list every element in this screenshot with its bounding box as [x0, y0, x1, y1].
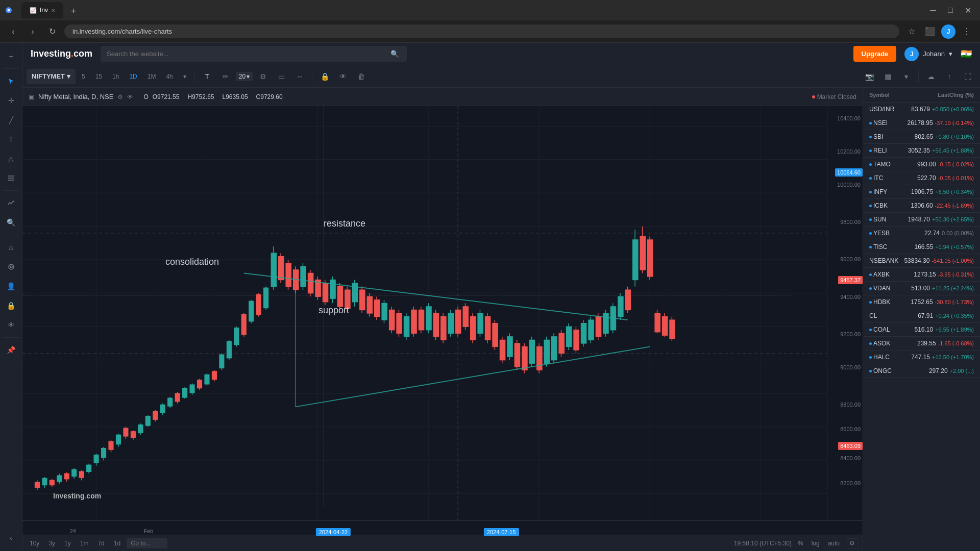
symbol-row-icbk[interactable]: ICBK 1306.60 -22.45 (-1.69%) — [863, 199, 980, 213]
watchlist-button[interactable]: 👤 — [2, 277, 20, 295]
chart-settings-icon[interactable]: ⚙ — [117, 93, 123, 101]
upgrade-button[interactable]: Upgrade — [853, 46, 897, 62]
tab-current[interactable]: 📈 Inv ✕ — [21, 2, 63, 18]
screenshot-button[interactable]: 📷 — [861, 68, 877, 85]
symbol-row-nsei[interactable]: NSEI 26178.95 -37.10 (-0.14%) — [863, 116, 980, 130]
compare-button[interactable] — [2, 258, 20, 276]
period-7d[interactable]: 7d — [94, 539, 107, 548]
search-icon-button[interactable]: 🔍 — [390, 50, 399, 58]
log-toggle[interactable]: log — [810, 539, 822, 548]
timeframe-1d[interactable]: 1D — [125, 69, 141, 84]
symbol-row-infy[interactable]: INFY 1906.75 +6.50 (+0.34%) — [863, 185, 980, 199]
delete-draw-tool[interactable]: 🗑 — [353, 68, 370, 85]
svg-rect-197 — [663, 317, 668, 336]
forward-button[interactable]: › — [26, 24, 40, 39]
font-size-control[interactable]: 20 ▾ — [236, 72, 253, 81]
symbol-row-tisc[interactable]: TISC 166.55 +0.94 (+0.57%) — [863, 240, 980, 254]
symbol-row-asok[interactable]: ASOK 239.55 -1.65 (-0.68%) — [863, 337, 980, 350]
chart-visibility-icon[interactable]: 👁 — [127, 93, 133, 101]
pct-toggle[interactable]: % — [796, 539, 805, 548]
symbol-row-halc[interactable]: HALC 747.15 +12.50 (+1.70%) — [863, 350, 980, 364]
save-button[interactable]: ☁ — [923, 68, 939, 85]
right-panel: Symbol Last Chng (%) USD/INR 83.679 +0.0… — [863, 88, 980, 551]
minimize-button[interactable]: ─ — [926, 3, 940, 17]
pencil-draw-tool[interactable]: ✏ — [217, 68, 234, 85]
timeframe-15[interactable]: 15 — [91, 69, 106, 84]
symbol-row-sbi[interactable]: SBI 802.65 +0.80 (+0.10%) — [863, 130, 980, 144]
text-tool[interactable]: T — [2, 130, 20, 148]
timeframe-5[interactable]: 5 — [78, 69, 89, 84]
period-1m[interactable]: 1m — [77, 539, 92, 548]
period-10y[interactable]: 10y — [27, 539, 42, 548]
tab-close-btn[interactable]: ✕ — [51, 8, 55, 13]
symbol-row-nsebank[interactable]: NSEBANK 53834.30 -541.05 (-1.00%) — [863, 254, 980, 268]
close-window-button[interactable]: ✕ — [961, 3, 975, 17]
draw-line-tool[interactable]: ╱ — [2, 111, 20, 129]
symbol-row-coal[interactable]: COAL 516.10 +9.55 (+1.89%) — [863, 323, 980, 337]
symbol-row-vdan[interactable]: VDAN 513.00 +11.25 (+2.24%) — [863, 282, 980, 295]
goto-input[interactable] — [127, 538, 167, 548]
indicators-button[interactable] — [2, 194, 20, 212]
shapes-tool[interactable]: △ — [2, 149, 20, 168]
symbol-row-sun[interactable]: SUN 1948.70 +50.30 (+2.65%) — [863, 213, 980, 227]
period-3y[interactable]: 3y — [45, 539, 58, 548]
period-1d[interactable]: 1d — [111, 539, 124, 548]
settings-draw-tool[interactable]: ⚙ — [255, 68, 271, 85]
symbol-row-ongc[interactable]: ONGC 297.20 +2.00 (...) — [863, 364, 980, 378]
home-button[interactable]: ⌂ — [2, 238, 20, 257]
new-tab-button[interactable]: + — [66, 4, 81, 18]
fibonacci-tool[interactable] — [2, 169, 20, 187]
more-timeframes-button[interactable]: ▾ — [179, 69, 190, 84]
site-search-input[interactable] — [101, 46, 407, 62]
back-button[interactable]: ‹ — [6, 24, 20, 39]
alert-button[interactable]: 🔒 — [2, 296, 20, 315]
publish-button[interactable]: ↑ — [941, 68, 958, 85]
lock-draw-tool[interactable]: 🔒 — [316, 68, 333, 85]
timeframe-1h[interactable]: 1h — [108, 69, 123, 84]
auto-toggle[interactable]: auto — [826, 539, 842, 548]
symbol-row-axbk[interactable]: AXBK 1273.15 -3.95 (-0.31%) — [863, 268, 980, 282]
bookmark-button[interactable]: ☆ — [904, 24, 919, 39]
svg-rect-183 — [610, 307, 616, 330]
svg-rect-111 — [345, 290, 350, 309]
maximize-button[interactable]: □ — [943, 3, 958, 17]
layout-dropdown[interactable]: ▾ — [898, 68, 914, 85]
url-bar[interactable] — [64, 24, 899, 38]
rectangle-draw-tool[interactable]: ▭ — [273, 68, 289, 85]
extensions-button[interactable]: ⬛ — [923, 24, 937, 39]
drawing-pin-button[interactable]: 📌 — [2, 341, 20, 359]
measure-draw-tool[interactable]: ↔ — [291, 68, 308, 85]
refresh-button[interactable]: ↻ — [45, 24, 59, 39]
cursor-tool[interactable] — [2, 72, 20, 90]
symbol-row-yesb[interactable]: YESB 22.74 0.00 (0.00%) — [863, 227, 980, 240]
period-1y[interactable]: 1y — [61, 539, 74, 548]
symbol-row-itc[interactable]: ITC 522.70 -0.05 (-0.01%) — [863, 171, 980, 185]
symbol-row-usdinr[interactable]: USD/INR 83.679 +0.050 (+0.06%) — [863, 103, 980, 116]
timeframe-4h[interactable]: 4h — [162, 69, 177, 84]
time-feb: Feb — [143, 528, 153, 534]
svg-rect-57 — [145, 416, 150, 425]
text-draw-tool[interactable]: T — [199, 68, 215, 85]
sym-last-coal: 516.10 — [914, 326, 933, 333]
symbol-row-cl[interactable]: CL 67.91 +0.24 (+0.35%) — [863, 309, 980, 323]
symbol-row-tamo[interactable]: TAMO 993.00 -0.15 (-0.02%) — [863, 158, 980, 171]
user-area[interactable]: J Johann ▾ — [904, 47, 952, 61]
chart-settings-button[interactable]: ⚙ — [846, 538, 859, 548]
search-tool[interactable]: 🔍 — [2, 213, 20, 232]
eye-draw-tool[interactable]: 👁 — [335, 68, 351, 85]
chart-main[interactable]: resistance support consolidation Investi… — [22, 106, 863, 520]
profile-button[interactable]: J — [941, 24, 955, 39]
layout-button[interactable]: ▦ — [879, 68, 896, 85]
symbol-row-reli[interactable]: RELI 3052.35 +56.45 (+1.88%) — [863, 144, 980, 158]
symbol-row-hdbk[interactable]: HDBK 1752.65 -30.80 (-1.73%) — [863, 295, 980, 309]
add-symbol-button[interactable]: + — [2, 47, 20, 65]
symbol-selector[interactable]: NIFTYMET ▾ — [27, 69, 76, 84]
fullscreen-button[interactable]: ⛶ — [960, 68, 976, 85]
collapse-sidebar-button[interactable]: ‹ — [2, 529, 20, 547]
crosshair-tool[interactable]: ✛ — [2, 91, 20, 110]
timeframe-1m[interactable]: 1M — [143, 69, 160, 84]
visibility-button[interactable]: 👁 — [2, 316, 20, 334]
chart-canvas[interactable]: resistance support consolidation Investi… — [22, 106, 827, 520]
menu-button[interactable]: ⋮ — [960, 24, 974, 39]
country-flag[interactable]: 🇮🇳 — [961, 48, 972, 60]
